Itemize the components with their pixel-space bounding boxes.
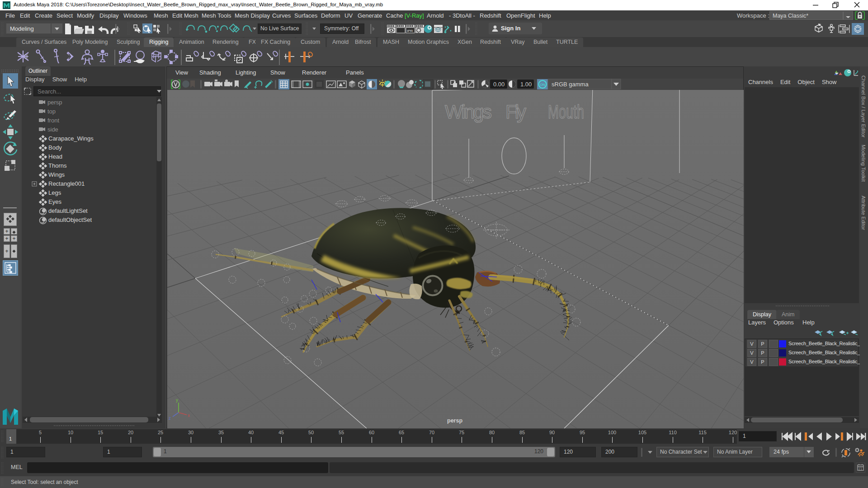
svg-text:IPR: IPR: [407, 29, 413, 33]
svg-text:x: x: [188, 413, 190, 418]
svg-text:Mouth: Mouth: [548, 101, 584, 122]
svg-text:Fly: Fly: [505, 101, 526, 122]
svg-text:{ }: { }: [859, 467, 862, 471]
svg-text:ON: ON: [540, 83, 545, 87]
svg-text:0.00: 0.00: [493, 81, 505, 88]
svg-text:sRGB gamma: sRGB gamma: [552, 81, 589, 88]
svg-text:1.00: 1.00: [520, 81, 532, 88]
svg-text:persp: persp: [447, 418, 462, 424]
svg-text:y: y: [176, 398, 178, 403]
svg-text:z: z: [169, 416, 171, 421]
svg-text:Wings: Wings: [445, 101, 492, 122]
